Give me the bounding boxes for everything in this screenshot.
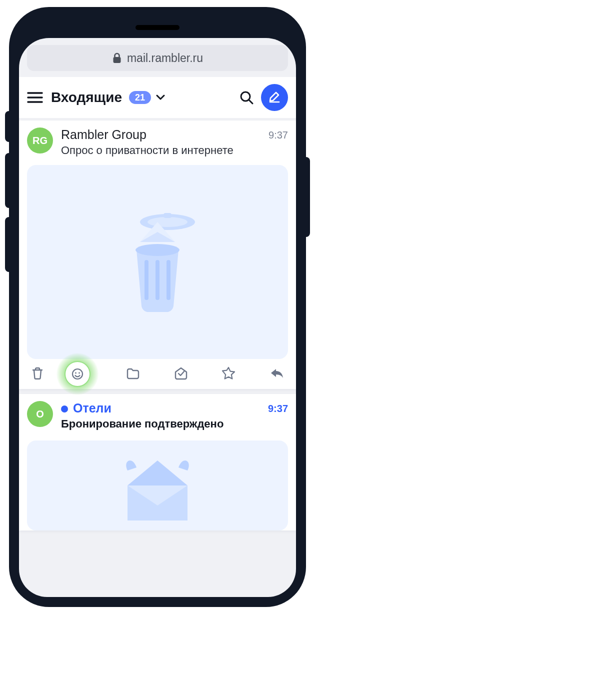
browser-url-text: mail.rambler.ru [127,52,203,65]
menu-icon[interactable] [27,92,44,104]
reply-icon[interactable] [269,366,285,382]
svg-rect-4 [164,213,172,218]
sender-name: Отели [73,401,112,416]
message-preview [27,440,288,530]
lock-icon [112,52,122,64]
message-card[interactable]: RG Rambler Group Опрос о приватности в и… [19,120,296,389]
message-card[interactable]: O Отели Бронирование подтверждено 9:37 [19,394,296,530]
move-folder-icon[interactable] [126,366,142,382]
compose-button[interactable] [261,84,288,111]
search-icon[interactable] [239,90,254,105]
phone-frame: mail.rambler.ru Входящие 21 [9,7,306,607]
emoji-action-highlight [56,353,98,395]
unread-badge: 21 [129,91,151,104]
avatar: O [27,401,53,427]
svg-point-3 [148,217,188,227]
svg-point-5 [136,244,180,256]
message-preview [27,165,288,359]
svg-rect-0 [113,57,120,63]
svg-rect-7 [156,260,160,300]
avatar: RG [27,128,53,154]
message-subject: Опрос о приватности в интернете [61,144,260,157]
envelope-illustration-icon [112,446,202,526]
unread-dot-icon [61,406,68,412]
message-time: 9:37 [268,128,288,141]
message-time: 9:37 [268,401,288,414]
emoji-button[interactable] [66,362,90,386]
browser-url-bar[interactable]: mail.rambler.ru [27,45,288,71]
phone-side-button [5,217,9,272]
message-actions [19,359,296,389]
svg-rect-6 [144,260,148,300]
phone-side-button [306,157,310,237]
mark-read-icon[interactable] [174,366,190,382]
phone-screen: mail.rambler.ru Входящие 21 [19,38,296,597]
smile-icon [71,368,84,380]
svg-point-10 [75,372,76,374]
message-subject: Бронирование подтверждено [61,418,260,430]
chevron-down-icon[interactable] [156,94,167,100]
sender-name: Rambler Group [61,128,146,142]
phone-speaker [136,25,180,30]
phone-side-button [5,111,9,142]
message-list[interactable]: RG Rambler Group Опрос о приватности в и… [19,118,296,530]
svg-rect-8 [166,260,170,300]
compose-icon [268,91,281,104]
folder-title[interactable]: Входящие [51,90,122,106]
star-icon[interactable] [221,366,237,382]
app-header: Входящие 21 [19,77,296,118]
delete-icon[interactable] [30,366,46,382]
svg-point-9 [72,369,82,379]
phone-side-button [5,153,9,208]
trash-illustration-icon [112,207,202,317]
svg-point-11 [78,372,80,374]
